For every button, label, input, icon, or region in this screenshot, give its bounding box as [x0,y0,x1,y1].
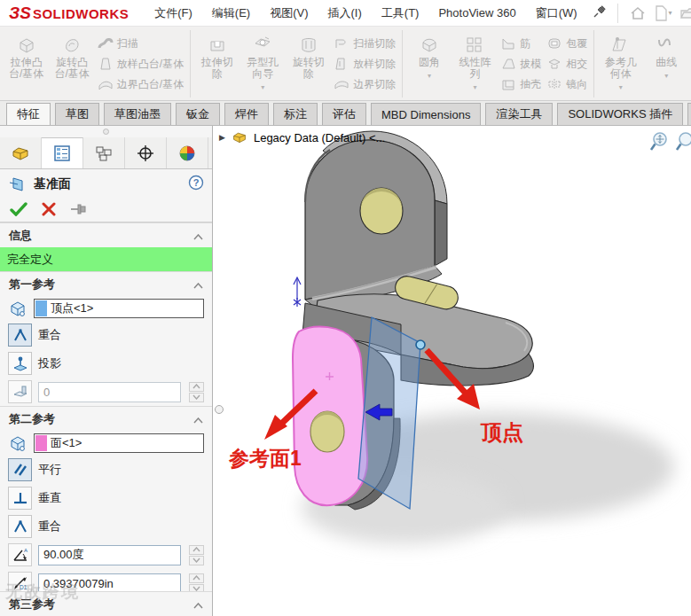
section-header-info[interactable]: 信息 [0,222,212,247]
new-document-button[interactable]: ▾ [652,4,674,23]
spinner-up-icon[interactable] [189,573,204,583]
coincident-constraint-button[interactable] [8,324,32,347]
graphics-viewport[interactable]: 参考面1 顶点 ▶ Legacy Data (Default) <... [213,126,691,616]
revolved-boss-button[interactable]: 旋转凸台/基体 [49,29,94,98]
linear-pattern-dropdown-icon[interactable]: ▾ [473,82,476,93]
property-manager-panel: 基准面 ? 信息 完全定义 第一参考 [0,126,213,616]
first-reference-selection-input[interactable]: 顶点<1> [34,299,204,318]
section-header-third-reference[interactable]: 第三参考 [0,591,212,616]
tab-solidworks-addins[interactable]: SOLIDWORKS 插件 [557,103,683,125]
tree-expand-icon[interactable]: ▶ [219,133,225,142]
lofted-boss-button[interactable]: 放样凸台/基体 [98,55,184,73]
tab-property-manager[interactable] [42,137,83,168]
swept-boss-button[interactable]: 扫描 [98,35,184,52]
boundary-boss-button[interactable]: 边界凸台/基体 [98,75,184,93]
menu-window[interactable]: 窗口(W) [526,5,587,21]
curves-button[interactable]: 曲线 ▾ [644,29,689,98]
spinner-up-icon[interactable] [189,545,204,555]
collapse-chevron-icon[interactable] [193,413,203,426]
collapse-chevron-icon[interactable] [193,278,203,292]
fillet-icon [419,34,440,57]
reference-geometry-button[interactable]: 参考几何体 ▾ [598,29,643,98]
offset-distance-input[interactable]: 0 [38,382,181,402]
menu-file[interactable]: 文件(F) [145,5,202,21]
tab-annotation[interactable]: 标注 [273,103,318,125]
curves-dropdown-icon[interactable]: ▾ [664,70,668,82]
draft-button[interactable]: 拔模 [500,55,541,73]
angle-input[interactable]: 90.00度 [38,545,181,565]
tab-sketch[interactable]: 草图 [55,103,99,125]
projection-constraint-button[interactable] [8,352,32,375]
menu-tools[interactable]: 工具(T) [372,5,429,21]
mirror-button[interactable]: 镜向 [546,75,587,93]
offset-distance-spinner[interactable] [189,382,204,402]
cancel-button[interactable] [42,202,56,219]
zoom-fit-icon[interactable] [675,131,691,152]
parallel-constraint-button[interactable] [8,458,32,481]
tab-display-manager[interactable] [167,137,208,168]
swept-cut-button[interactable]: 扫描切除 [334,35,396,52]
collapse-chevron-icon[interactable] [193,230,203,243]
keep-visible-pin-icon[interactable] [70,203,88,218]
panel-resize-grip[interactable] [0,126,212,137]
extruded-boss-button[interactable]: 拉伸凸台/基体 [4,29,49,98]
spinner-up-icon[interactable] [189,382,204,392]
wrap-button[interactable]: 包覆 [546,35,587,52]
hole-wizard-button[interactable]: 异型孔向导 ▾ [240,29,286,98]
fillet-button[interactable]: 圆角 ▾ [406,29,452,98]
tab-evaluate[interactable]: 评估 [322,103,366,125]
hole-wizard-dropdown-icon[interactable]: ▾ [261,82,264,93]
section-header-second-reference[interactable]: 第二参考 [0,406,212,431]
flyout-feature-tree-item[interactable]: ▶ Legacy Data (Default) <... [219,130,385,144]
spinner-down-icon[interactable] [189,556,204,565]
tab-mbd-dimensions[interactable]: MBD Dimensions [371,103,481,125]
menu-insert[interactable]: 插入(I) [318,5,372,21]
menu-edit[interactable]: 编辑(E) [202,5,260,21]
tab-configuration-manager[interactable] [83,137,125,168]
rib-button[interactable]: 筋 [500,35,541,52]
second-reference-selection-input[interactable]: 面<1> [34,433,204,453]
section-header-first-reference[interactable]: 第一参考 [0,271,212,296]
perpendicular-constraint-button[interactable] [8,487,32,510]
ribbon-group-divider [190,30,191,97]
spinner-down-icon[interactable] [189,393,204,402]
linear-pattern-button[interactable]: 线性阵列 ▾ [452,29,498,98]
open-document-button[interactable]: ▾ [678,4,691,23]
zoom-to-area-icon[interactable] [648,131,670,152]
reference-geometry-dropdown-icon[interactable]: ▾ [619,82,623,93]
coincident-constraint-button-2[interactable] [8,515,32,538]
heads-up-toolbar [648,131,691,152]
extruded-boss-icon [16,34,37,57]
menu-photoview[interactable]: PhotoView 360 [428,6,525,19]
svg-text:D1: D1 [20,584,27,590]
fillet-dropdown-icon[interactable]: ▾ [428,70,431,82]
tab-render-tools[interactable]: 渲染工具 [485,103,553,125]
extruded-cut-button[interactable]: 拉伸切除 [194,29,239,98]
home-button[interactable] [627,4,648,23]
command-manager-ribbon: 拉伸凸台/基体 旋转凸台/基体 扫描 放样凸台/基体 边界凸台/基体 拉伸切除 … [0,27,691,101]
intersect-button[interactable]: 相交 [546,55,587,73]
curves-icon [656,34,677,57]
help-button[interactable]: ? [188,175,204,193]
panel-splitter-handle[interactable] [216,406,224,414]
tab-dimxpert-manager[interactable] [125,137,167,168]
collapse-chevron-icon[interactable] [193,598,203,612]
menu-view[interactable]: 视图(V) [260,5,318,21]
tab-sheet-metal[interactable]: 钣金 [176,103,220,125]
tab-mbd[interactable]: MBD [687,103,691,125]
shell-button[interactable]: 抽壳 [500,75,541,93]
lofted-cut-button[interactable]: 放样切除 [334,55,396,73]
ok-button[interactable] [10,202,27,219]
tab-sketch-ink[interactable]: 草图油墨 [104,103,171,125]
vertex-marker[interactable] [416,340,425,349]
new-document-dropdown-icon[interactable]: ▾ [669,9,672,17]
boundary-cut-button[interactable]: 边界切除 [334,75,396,93]
menu-pin-icon[interactable] [593,4,607,21]
revolved-cut-button[interactable]: 旋转切除 [286,29,331,98]
tab-features[interactable]: 特征 [6,103,51,125]
angle-spinner[interactable] [189,545,204,565]
configuration-manager-icon [94,144,114,162]
tab-featuremanager-tree[interactable] [0,137,42,168]
ribbon-group-divider [402,30,403,97]
tab-weldments[interactable]: 焊件 [224,103,269,125]
